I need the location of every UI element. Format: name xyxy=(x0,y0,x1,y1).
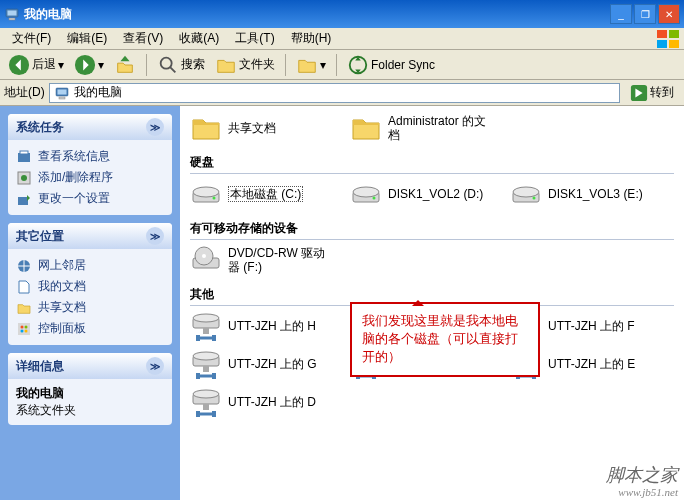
sidebar: 系统任务≫查看系统信息添加/删除程序更改一个设置其它位置≫网上邻居我的文档共享文… xyxy=(0,106,180,500)
file-item[interactable]: DISK1_VOL2 (D:) xyxy=(350,178,490,210)
side-panel-header[interactable]: 系统任务≫ xyxy=(8,114,172,140)
file-item[interactable]: DVD/CD-RW 驱动器 (F:) xyxy=(190,244,330,276)
file-item[interactable]: 本地磁盘 (C:) xyxy=(190,178,330,210)
side-link[interactable]: 共享文档 xyxy=(16,297,164,318)
menu-favorites[interactable]: 收藏(A) xyxy=(171,28,227,49)
detail-title: 我的电脑 xyxy=(16,385,164,402)
back-button[interactable]: 后退 ▾ xyxy=(4,52,68,78)
file-label: Administrator 的文档 xyxy=(388,114,490,143)
file-label: DISK1_VOL3 (E:) xyxy=(548,187,643,201)
folders-icon xyxy=(215,54,237,76)
folder-icon xyxy=(16,300,32,316)
side-panel: 其它位置≫网上邻居我的文档共享文档控制面板 xyxy=(8,223,172,345)
file-item[interactable]: UTT-JZH 上的 D xyxy=(190,386,330,418)
forward-button[interactable]: ▾ xyxy=(70,52,108,78)
chevron-up-icon: ≫ xyxy=(146,357,164,375)
drive-icon xyxy=(510,178,542,210)
mydocs-icon xyxy=(16,279,32,295)
go-icon xyxy=(630,84,648,102)
folder-icon xyxy=(190,112,222,144)
menu-bar: 文件(F) 编辑(E) 查看(V) 收藏(A) 工具(T) 帮助(H) xyxy=(0,28,684,50)
search-icon xyxy=(157,54,179,76)
watermark: 脚本之家 www.jb51.net xyxy=(606,466,678,498)
menu-help[interactable]: 帮助(H) xyxy=(283,28,340,49)
address-label: 地址(D) xyxy=(4,84,45,101)
file-label: DVD/CD-RW 驱动器 (F:) xyxy=(228,246,330,275)
group-header: 硬盘 xyxy=(190,152,674,174)
address-input[interactable]: 我的电脑 xyxy=(49,83,620,103)
main-content: 共享文档Administrator 的文档硬盘本地磁盘 (C:)DISK1_VO… xyxy=(180,106,684,500)
file-label: UTT-JZH 上的 G xyxy=(228,357,317,371)
forward-icon xyxy=(74,54,96,76)
search-button[interactable]: 搜索 xyxy=(153,52,209,78)
side-link[interactable]: 更改一个设置 xyxy=(16,188,164,209)
file-label: 共享文档 xyxy=(228,121,276,135)
address-bar: 地址(D) 我的电脑 转到 xyxy=(0,80,684,106)
group: 硬盘本地磁盘 (C:)DISK1_VOL2 (D:)DISK1_VOL3 (E:… xyxy=(190,152,674,210)
netdrive-icon xyxy=(190,386,222,418)
menu-tools[interactable]: 工具(T) xyxy=(227,28,282,49)
window-title: 我的电脑 xyxy=(24,6,610,23)
close-button[interactable]: ✕ xyxy=(658,4,680,24)
netdrive-icon xyxy=(190,310,222,342)
menu-edit[interactable]: 编辑(E) xyxy=(59,28,115,49)
setting-icon xyxy=(16,191,32,207)
info-icon xyxy=(16,149,32,165)
drive-icon xyxy=(190,178,222,210)
side-panel-header[interactable]: 其它位置≫ xyxy=(8,223,172,249)
side-link[interactable]: 我的文档 xyxy=(16,276,164,297)
annotation-callout: 我们发现这里就是我本地电脑的各个磁盘（可以直接打开的） xyxy=(350,302,540,377)
dvd-icon xyxy=(190,244,222,276)
file-label: 本地磁盘 (C:) xyxy=(228,186,303,202)
side-link[interactable]: 查看系统信息 xyxy=(16,146,164,167)
sync-icon xyxy=(347,54,369,76)
side-link[interactable]: 控制面板 xyxy=(16,318,164,339)
views-icon xyxy=(296,54,318,76)
group-header: 有可移动存储的设备 xyxy=(190,218,674,240)
chevron-up-icon: ≫ xyxy=(146,227,164,245)
up-icon xyxy=(114,54,136,76)
network-icon xyxy=(16,258,32,274)
file-item[interactable]: 共享文档 xyxy=(190,112,330,144)
control-icon xyxy=(16,321,32,337)
file-item[interactable]: DISK1_VOL3 (E:) xyxy=(510,178,650,210)
addremove-icon xyxy=(16,170,32,186)
side-link[interactable]: 添加/删除程序 xyxy=(16,167,164,188)
folder-sync-button[interactable]: Folder Sync xyxy=(343,52,439,78)
toolbar: 后退 ▾ ▾ 搜索 文件夹 ▾ Folder Sync xyxy=(0,50,684,80)
maximize-button[interactable]: ❐ xyxy=(634,4,656,24)
views-button[interactable]: ▾ xyxy=(292,52,330,78)
detail-subtitle: 系统文件夹 xyxy=(16,402,164,419)
netdrive-icon xyxy=(190,348,222,380)
menu-view[interactable]: 查看(V) xyxy=(115,28,171,49)
side-panel: 详细信息≫我的电脑系统文件夹 xyxy=(8,353,172,425)
file-label: UTT-JZH 上的 D xyxy=(228,395,316,409)
drive-icon xyxy=(350,178,382,210)
file-label: UTT-JZH 上的 H xyxy=(228,319,316,333)
file-label: UTT-JZH 上的 F xyxy=(548,319,635,333)
chevron-up-icon: ≫ xyxy=(146,118,164,136)
side-link[interactable]: 网上邻居 xyxy=(16,255,164,276)
folder-icon xyxy=(350,112,382,144)
file-item[interactable]: Administrator 的文档 xyxy=(350,112,490,144)
side-panel: 系统任务≫查看系统信息添加/删除程序更改一个设置 xyxy=(8,114,172,215)
menu-file[interactable]: 文件(F) xyxy=(4,28,59,49)
computer-icon xyxy=(4,6,20,22)
file-item[interactable]: UTT-JZH 上的 G xyxy=(190,348,330,380)
go-button[interactable]: 转到 xyxy=(624,82,680,104)
file-item[interactable]: UTT-JZH 上的 H xyxy=(190,310,330,342)
folders-button[interactable]: 文件夹 xyxy=(211,52,279,78)
back-icon xyxy=(8,54,30,76)
file-label: UTT-JZH 上的 E xyxy=(548,357,635,371)
windows-logo-icon xyxy=(656,29,680,49)
computer-icon xyxy=(54,85,70,101)
side-panel-header[interactable]: 详细信息≫ xyxy=(8,353,172,379)
minimize-button[interactable]: _ xyxy=(610,4,632,24)
group: 有可移动存储的设备DVD/CD-RW 驱动器 (F:) xyxy=(190,218,674,276)
up-button[interactable] xyxy=(110,52,140,78)
file-label: DISK1_VOL2 (D:) xyxy=(388,187,483,201)
title-bar: 我的电脑 _ ❐ ✕ xyxy=(0,0,684,28)
